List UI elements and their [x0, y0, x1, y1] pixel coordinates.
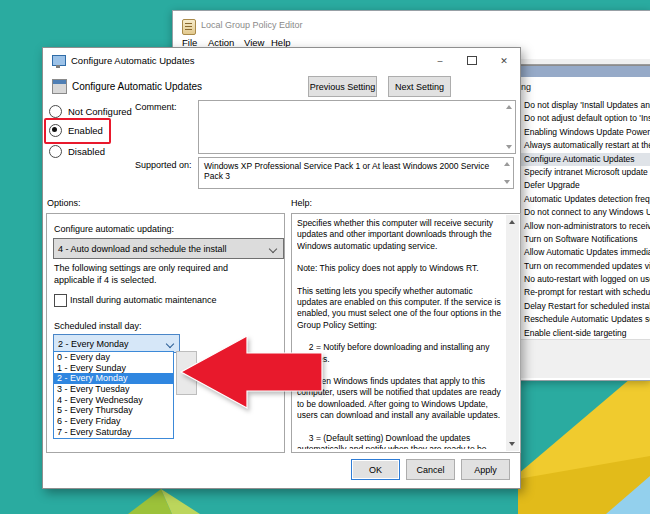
help-label: Help: — [291, 198, 312, 208]
maximize-icon — [467, 56, 477, 65]
dialog-titlebar[interactable]: Configure Automatic Updates – ✕ — [43, 48, 520, 74]
combobox-value: 2 - Every Monday — [58, 339, 129, 349]
combobox-value: 4 - Auto download and schedule the insta… — [58, 244, 227, 254]
dialog-icon — [52, 55, 66, 66]
automatic-updating-combobox[interactable]: 4 - Auto download and schedule the insta… — [53, 238, 284, 259]
policy-icon — [52, 79, 67, 94]
desktop: Local Group Policy Editor File Action Vi… — [0, 0, 650, 514]
close-button[interactable]: ✕ — [489, 48, 519, 73]
dropdown-option[interactable]: 6 - Every Friday — [54, 416, 173, 427]
options-panel: Configure automatic updating: 4 - Auto d… — [46, 213, 285, 453]
configure-updates-dialog: Configure Automatic Updates – ✕ Configur… — [42, 47, 521, 489]
minimize-button[interactable]: – — [425, 48, 455, 73]
maintenance-checkbox-label: Install during automatic maintenance — [70, 295, 217, 305]
radio-disabled[interactable]: Disabled — [49, 144, 105, 158]
dropdown-option[interactable]: 7 - Every Saturday — [54, 427, 173, 438]
dropdown-option[interactable]: 1 - Every Sunday — [54, 363, 173, 374]
dropdown-option[interactable]: 5 - Every Thursday — [54, 405, 173, 416]
help-panel: Specifies whether this computer will rec… — [291, 213, 521, 453]
policy-name: Configure Automatic Updates — [72, 81, 202, 92]
comment-label: Comment: — [135, 102, 177, 112]
radio-circle — [49, 145, 62, 158]
scheduled-day-dropdown-list: 0 - Every day1 - Every Sunday2 - Every M… — [53, 351, 174, 439]
maximize-button[interactable] — [457, 48, 487, 73]
supported-on-label: Supported on: — [135, 160, 192, 170]
scroll-down-icon[interactable] — [504, 180, 510, 184]
chevron-down-icon — [269, 245, 277, 253]
radio-not-configured[interactable]: Not Configured — [49, 104, 132, 118]
next-setting-button[interactable]: Next Setting — [388, 76, 451, 97]
dialog-title: Configure Automatic Updates — [71, 55, 195, 66]
help-text: Specifies whether this computer will rec… — [297, 218, 502, 449]
obscured-control-fragment — [176, 351, 197, 395]
options-label: Options: — [47, 198, 81, 208]
dropdown-option[interactable]: 2 - Every Monday — [54, 373, 173, 384]
dropdown-option[interactable]: 0 - Every day — [54, 352, 173, 363]
scroll-down-icon[interactable] — [509, 442, 515, 446]
radio-circle — [49, 105, 62, 118]
gpe-window-title: Local Group Policy Editor — [201, 20, 303, 30]
comment-textarea[interactable] — [198, 100, 516, 154]
options-note: The following settings are only required… — [54, 262, 228, 286]
radio-label: Enabled — [68, 125, 103, 136]
radio-label: Disabled — [68, 146, 105, 157]
dropdown-option[interactable]: 3 - Every Tuesday — [54, 384, 173, 395]
apply-button[interactable]: Apply — [461, 459, 510, 480]
cancel-button[interactable]: Cancel — [406, 459, 455, 480]
dropdown-option[interactable]: 4 - Every Wednesday — [54, 395, 173, 406]
scroll-up-icon[interactable] — [504, 162, 510, 166]
supported-on-value: Windows XP Professional Service Pack 1 o… — [204, 161, 489, 181]
maintenance-checkbox[interactable] — [54, 294, 67, 307]
scheduled-day-label: Scheduled install day: — [54, 321, 142, 331]
radio-label: Not Configured — [68, 106, 132, 117]
radio-enabled[interactable]: Enabled — [49, 123, 103, 137]
ok-button[interactable]: OK — [351, 459, 400, 480]
scroll-up-icon[interactable] — [509, 220, 515, 224]
help-scrollbar[interactable] — [506, 215, 519, 451]
gpedit-icon — [182, 19, 196, 35]
supported-on-box[interactable]: Windows XP Professional Service Pack 1 o… — [198, 157, 514, 189]
previous-setting-button[interactable]: Previous Setting — [308, 76, 377, 97]
radio-circle-checked — [49, 124, 62, 137]
chevron-down-icon — [166, 340, 174, 348]
scroll-up-icon[interactable] — [506, 105, 512, 109]
configure-updating-label: Configure automatic updating: — [54, 224, 174, 234]
scroll-down-icon[interactable] — [506, 145, 512, 149]
